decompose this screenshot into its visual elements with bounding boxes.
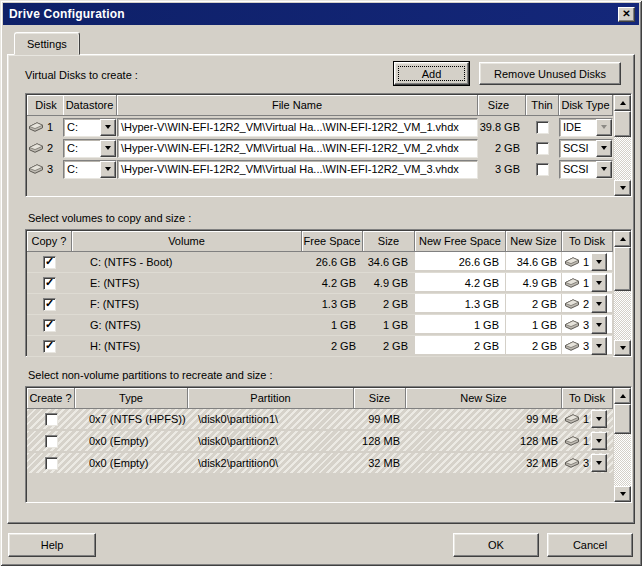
disk-number: 1 — [47, 121, 53, 133]
scroll-thumb[interactable] — [614, 404, 631, 434]
thin-checkbox[interactable] — [536, 142, 549, 155]
copy-checkbox[interactable] — [43, 340, 56, 353]
datastore-select[interactable]: C: — [63, 139, 117, 158]
title-bar: Drive Configuration ✕ — [3, 3, 639, 25]
partitions-scrollbar[interactable] — [614, 388, 631, 502]
new-size-input[interactable]: 2 GB — [506, 294, 562, 314]
dropdown-arrow-icon[interactable] — [100, 161, 116, 178]
free-space-value: 26.6 GB — [302, 252, 363, 272]
scroll-down-icon[interactable] — [614, 180, 631, 196]
close-icon[interactable]: ✕ — [618, 7, 635, 22]
dropdown-arrow-icon[interactable] — [591, 274, 607, 292]
new-size-input[interactable]: 1 GB — [506, 315, 562, 335]
to-disk-value: 3 — [583, 319, 589, 331]
partitions-header: Create ? Type Partition Size New Size To… — [27, 388, 613, 409]
tab-settings[interactable]: Settings — [14, 32, 80, 55]
col-new-size: New Size — [406, 388, 562, 409]
dropdown-arrow-icon[interactable] — [591, 337, 607, 355]
scroll-down-icon[interactable] — [614, 340, 631, 356]
copy-checkbox[interactable] — [43, 298, 56, 311]
datastore-select[interactable]: C: — [63, 160, 117, 179]
new-size-input[interactable]: 4.9 GB — [506, 273, 562, 293]
volumes-table: Copy ? Volume Free Space Size New Free S… — [25, 229, 632, 357]
to-disk-value: 1 — [583, 413, 589, 425]
create-checkbox[interactable] — [45, 413, 58, 426]
dropdown-arrow-icon[interactable] — [591, 454, 607, 472]
disk-icon — [29, 122, 43, 132]
dropdown-arrow-icon[interactable] — [596, 161, 612, 178]
partition-path: \disk0\partition2\ — [188, 431, 354, 451]
disk-type-select[interactable]: SCSI — [559, 160, 613, 179]
disk-icon — [565, 436, 579, 446]
disk-icon — [565, 341, 579, 351]
partitions-table: Create ? Type Partition Size New Size To… — [25, 386, 632, 503]
disk-row: 1 C: \Hyper-V\WIN-EFI-12R2_VM\Virtual Ha… — [27, 116, 613, 137]
partition-type: 0x0 (Empty) — [75, 431, 188, 451]
add-button[interactable]: Add — [394, 62, 469, 85]
datastore-select[interactable]: C: — [63, 118, 117, 137]
dropdown-arrow-icon[interactable] — [591, 253, 607, 271]
scroll-thumb[interactable] — [614, 111, 631, 137]
settings-panel: Virtual Disks to create : Add Remove Unu… — [7, 54, 635, 524]
file-name-input[interactable]: \Hyper-V\WIN-EFI-12R2_VM\Virtual Ha...\W… — [117, 139, 478, 158]
new-size-input[interactable]: 34.6 GB — [506, 252, 562, 272]
new-free-space-value: 1 GB — [415, 315, 506, 335]
col-file-name: File Name — [117, 95, 478, 116]
col-size: Size — [478, 95, 526, 116]
scroll-up-icon[interactable] — [614, 231, 631, 247]
dropdown-arrow-icon[interactable] — [100, 119, 116, 136]
dropdown-arrow-icon[interactable] — [591, 432, 607, 450]
col-new-size: New Size — [506, 231, 562, 252]
volume-row: F: (NTFS) 1.3 GB 2 GB 1.3 GB 2 GB 2 — [27, 294, 613, 315]
dropdown-arrow-icon[interactable] — [100, 140, 116, 157]
thin-checkbox[interactable] — [536, 121, 549, 134]
file-name-input[interactable]: \Hyper-V\WIN-EFI-12R2_VM\Virtual Ha...\W… — [117, 160, 478, 179]
col-type: Type — [75, 388, 188, 409]
scroll-up-icon[interactable] — [614, 388, 631, 404]
to-disk-value: 1 — [583, 435, 589, 447]
disk-icon — [565, 320, 579, 330]
scroll-down-icon[interactable] — [614, 486, 631, 502]
col-free-space: Free Space — [302, 231, 363, 252]
partition-new-size-value: 99 MB — [406, 409, 562, 429]
dropdown-arrow-icon[interactable] — [591, 295, 607, 313]
ok-button[interactable]: OK — [453, 533, 539, 557]
tab-settings-label: Settings — [27, 38, 67, 50]
dropdown-arrow-icon[interactable] — [591, 410, 607, 428]
file-name-input[interactable]: \Hyper-V\WIN-EFI-12R2_VM\Virtual Ha...\W… — [117, 118, 478, 137]
new-free-space-value: 1.3 GB — [415, 294, 506, 314]
virtual-disks-scrollbar[interactable] — [614, 95, 631, 196]
col-size: Size — [363, 231, 415, 252]
create-checkbox[interactable] — [45, 435, 58, 448]
col-disk-type: Disk Type — [559, 95, 613, 116]
scroll-thumb[interactable] — [614, 247, 631, 291]
help-button[interactable]: Help — [8, 533, 96, 557]
to-disk-value: 1 — [583, 277, 589, 289]
dropdown-arrow-icon[interactable] — [596, 119, 612, 136]
thin-checkbox[interactable] — [536, 163, 549, 176]
dropdown-arrow-icon[interactable] — [596, 140, 612, 157]
copy-checkbox[interactable] — [43, 256, 56, 269]
disk-number: 3 — [47, 163, 53, 175]
scroll-up-icon[interactable] — [614, 95, 631, 111]
volumes-header: Copy ? Volume Free Space Size New Free S… — [27, 231, 613, 252]
create-checkbox[interactable] — [45, 457, 58, 470]
new-size-input[interactable]: 2 GB — [506, 336, 562, 356]
remove-unused-disks-button[interactable]: Remove Unused Disks — [479, 62, 621, 85]
copy-checkbox[interactable] — [43, 277, 56, 290]
volume-row: C: (NTFS - Boot) 26.6 GB 34.6 GB 26.6 GB… — [27, 252, 613, 273]
volume-name: G: (NTFS) — [72, 315, 302, 335]
dropdown-arrow-icon[interactable] — [591, 316, 607, 334]
disk-type-select[interactable]: SCSI — [559, 139, 613, 158]
volume-name: F: (NTFS) — [72, 294, 302, 314]
partitions-label: Select non-volume partitions to recreate… — [28, 369, 634, 381]
disk-type-select[interactable]: IDE — [559, 118, 613, 137]
cancel-button[interactable]: Cancel — [547, 533, 633, 557]
to-disk-value: 1 — [583, 256, 589, 268]
volumes-scrollbar[interactable] — [614, 231, 631, 356]
copy-checkbox[interactable] — [43, 319, 56, 332]
disk-size-value: 39.8 GB — [478, 117, 526, 137]
disk-icon — [29, 143, 43, 153]
partition-size-value: 99 MB — [354, 409, 406, 429]
new-free-space-value: 4.2 GB — [415, 273, 506, 293]
